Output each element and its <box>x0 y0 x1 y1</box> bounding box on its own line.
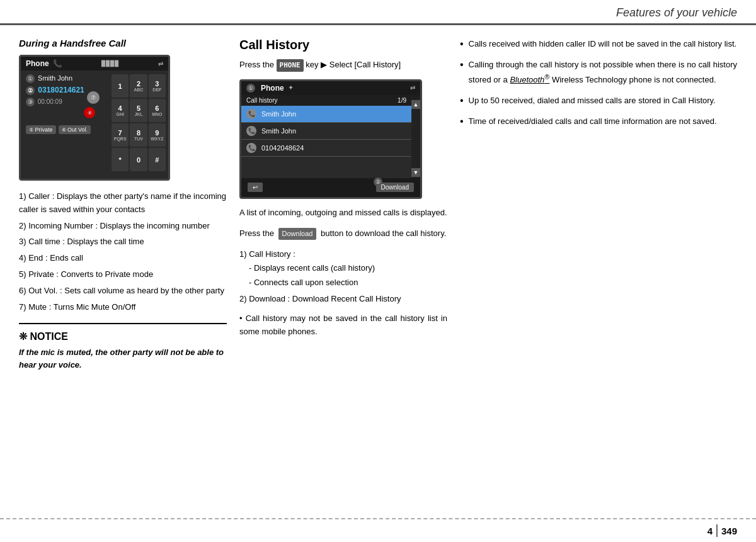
call-icon-2: 📞 <box>246 126 256 136</box>
phone1-body: ① Smith John ② 03180214621 ③ 00:00:09 ⑤ <box>21 71 168 175</box>
phone2-scrollbar[interactable]: ▲ ▼ <box>411 99 420 178</box>
mute-circle[interactable]: ⑦ <box>87 91 100 104</box>
circle-1: ① <box>26 74 35 83</box>
middle-column: Call History Press the PHONE key ▶ Selec… <box>239 38 447 371</box>
notice-text: If the mic is muted, the other party wil… <box>19 346 227 371</box>
page-divider <box>716 524 718 537</box>
list-item-3: 3) Call time : Displays the call time <box>19 235 227 249</box>
key-star[interactable]: * <box>112 148 129 171</box>
bullet-4: • Time of received/dialed calls and call… <box>460 115 737 128</box>
phone1-buttons: ⑤ Private ⑥ Out Vol. <box>26 125 104 134</box>
circle-5: ⑤ <box>29 127 33 133</box>
phone2-circle-1: ① <box>246 84 255 93</box>
notice-box: ❊ NOTICE If the mic is muted, the other … <box>19 323 227 371</box>
circle-2: ② <box>374 178 382 186</box>
bullet-1: • Calls received with hidden caller ID w… <box>460 38 737 51</box>
bullet-dot-1: • <box>460 38 464 51</box>
phone2-header: ① Phone ✦ ⇄ <box>241 81 420 95</box>
mid-list-2: 1) Call History : - Displays recent call… <box>239 247 447 305</box>
key-4[interactable]: 4GHI <box>112 99 129 122</box>
phone1-signal: ▉▉▉▉ <box>101 60 119 67</box>
right-bullet-list: • Calls received with hidden caller ID w… <box>460 38 737 128</box>
section-title-handsfree: During a Handsfree Call <box>19 38 227 48</box>
phone1-caller: ① Smith John <box>26 74 104 83</box>
key-9[interactable]: 9WXYZ <box>149 123 166 147</box>
instruction-2: A list of incoming, outgoing and missed … <box>239 206 447 220</box>
list-item-6: 6) Out Vol. : Sets call volume as heard … <box>19 285 227 298</box>
list-item-2: 2) Incoming Number : Displays the incomi… <box>19 220 227 233</box>
phone2-list: 📞 Smith John 📞 Smith John 📞 01042048624 <box>241 106 420 157</box>
page-footer: 4 349 <box>0 518 756 542</box>
phone-screen-1: Phone 📞 ▉▉▉▉ ⇄ ① Smith John ② 0318021462… <box>19 55 170 181</box>
phone2-item-3[interactable]: 📞 01042048624 <box>241 140 420 157</box>
phone1-call-icon: 📞 <box>53 59 62 68</box>
phone2-list-header: Call history 1/9 <box>241 95 420 106</box>
phone1-title: Phone <box>26 59 49 68</box>
page-title: Features of your vehicle <box>616 6 737 20</box>
back-button[interactable]: ↩ <box>248 183 263 192</box>
list-item-5: 5) Private : Converts to Private mode <box>19 268 227 281</box>
bullet-dot-4: • <box>460 115 464 128</box>
key-0[interactable]: 0 <box>130 148 147 171</box>
bullet-2: • Calling through the call history is no… <box>460 59 737 87</box>
left-column: During a Handsfree Call Phone 📞 ▉▉▉▉ ⇄ ①… <box>19 38 227 371</box>
phone2-item-1[interactable]: 📞 Smith John <box>241 106 420 123</box>
key-7[interactable]: 7PQRS <box>112 123 129 147</box>
phone2-footer: ↩ ② Download <box>241 178 420 197</box>
main-content: During a Handsfree Call Phone 📞 ▉▉▉▉ ⇄ ①… <box>0 25 756 383</box>
page-header: Features of your vehicle <box>0 0 756 25</box>
phone1-header: Phone 📞 ▉▉▉▉ ⇄ <box>21 57 168 71</box>
end-circle: ④ <box>84 107 95 118</box>
circle-2: ② <box>26 86 35 95</box>
key-hash[interactable]: # <box>149 148 166 171</box>
scroll-up[interactable]: ▲ <box>411 100 420 109</box>
bullet-dot-2: • <box>460 59 464 87</box>
instr1-post: key ▶ Select [Call History] <box>306 60 401 69</box>
phone1-info: ① Smith John ② 03180214621 ③ 00:00:09 ⑤ <box>21 71 109 175</box>
key-2[interactable]: 2ABC <box>130 74 147 98</box>
phone2-item-2[interactable]: 📞 Smith John <box>241 123 420 140</box>
scroll-down[interactable]: ▼ <box>411 168 420 177</box>
instruction-1: Press the PHONE key ▶ Select [Call Histo… <box>239 59 447 72</box>
bullet-3: • Up to 50 received, dialed and missed c… <box>460 94 737 108</box>
key-8[interactable]: 8TUV <box>130 123 147 147</box>
right-column: • Calls received with hidden caller ID w… <box>460 38 737 371</box>
bullet-dot-3: • <box>460 94 464 108</box>
mid-list-item-1: 1) Call History : - Displays recent call… <box>239 247 447 289</box>
phone2-header-left: ① Phone ✦ <box>246 84 294 93</box>
call-icon-3: 📞 <box>246 143 256 153</box>
call-icon-1: 📞 <box>246 109 256 119</box>
outvol-btn[interactable]: ⑥ Out Vol. <box>59 125 91 134</box>
list-item-1: 1) Caller : Displays the other party's n… <box>19 190 227 217</box>
key-3[interactable]: 3DEF <box>149 74 166 98</box>
phone2-title: Phone <box>261 84 284 93</box>
phone2-signal: ⇄ <box>410 84 415 91</box>
key-5[interactable]: 5JKL <box>130 99 147 122</box>
instruction-3: Press the Download button to download th… <box>239 227 447 240</box>
bluetooth-text: Bluetooth® <box>510 75 549 84</box>
key-1[interactable]: 1 <box>112 74 129 98</box>
download-badge: Download <box>278 228 317 240</box>
private-btn[interactable]: ⑤ Private <box>26 125 56 134</box>
mid-list-item-2: 2) Download : Download Recent Call Histo… <box>239 292 447 306</box>
phone1-header-left: Phone 📞 <box>26 59 62 68</box>
phone1-keypad: 1 2ABC 3DEF 4GHI 5JKL 6MNO 7PQRS 8TUV 9W… <box>109 71 168 175</box>
phone1-item-list: 1) Caller : Displays the other party's n… <box>19 190 227 313</box>
phone1-transfer-icon: ⇄ <box>158 60 163 67</box>
phone-key-badge: PHONE <box>277 59 304 72</box>
mid-bullet: • Call history may not be saved in the c… <box>239 312 447 339</box>
circle-6: ⑥ <box>62 127 66 133</box>
circle-7: ⑦ <box>91 94 96 101</box>
phone-screen-2: ① Phone ✦ ⇄ Call history 1/9 📞 Smith Joh… <box>239 79 422 199</box>
list-item-4: 4) End : Ends call <box>19 252 227 265</box>
phone2-bt-icon: ✦ <box>288 84 294 92</box>
instr1-pre: Press the <box>239 60 274 69</box>
page-number: 4 349 <box>707 524 737 537</box>
call-history-title: Call History <box>239 38 447 52</box>
download-button[interactable]: ② Download <box>376 183 414 192</box>
notice-title: ❊ NOTICE <box>19 330 227 342</box>
circle-3: ③ <box>26 98 35 106</box>
list-item-7: 7) Mute : Turns Mic Mute On/Off <box>19 301 227 314</box>
phone2-header-right: ⇄ <box>410 84 415 91</box>
key-6[interactable]: 6MNO <box>149 99 166 122</box>
